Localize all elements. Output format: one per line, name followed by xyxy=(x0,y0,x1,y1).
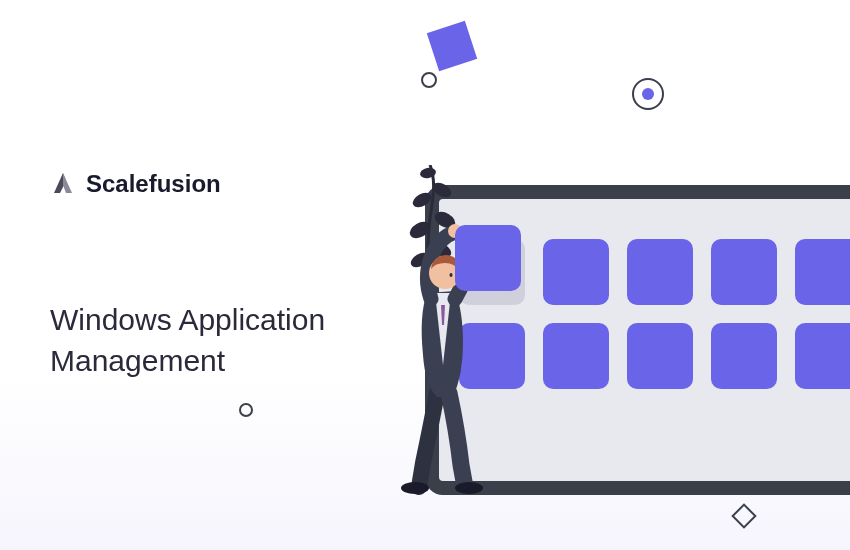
scalefusion-logo-icon xyxy=(50,171,76,197)
app-tile xyxy=(795,239,850,305)
headline-line-1: Windows Application xyxy=(50,300,325,341)
circle-outline-decoration-2 xyxy=(239,403,253,417)
app-tile xyxy=(543,323,609,389)
brand-logo-area: Scalefusion xyxy=(50,170,221,198)
headline-line-2: Management xyxy=(50,341,325,382)
app-tile xyxy=(711,239,777,305)
app-tile xyxy=(627,239,693,305)
circle-dot-inner xyxy=(642,88,654,100)
svg-point-8 xyxy=(455,482,483,494)
app-tile xyxy=(711,323,777,389)
floating-square-decoration xyxy=(427,21,477,71)
svg-point-12 xyxy=(450,273,453,277)
app-tile xyxy=(543,239,609,305)
app-tile xyxy=(795,323,850,389)
circle-dot-decoration xyxy=(632,78,664,110)
circle-outline-decoration xyxy=(421,72,437,88)
svg-point-7 xyxy=(401,482,429,494)
page-title: Windows Application Management xyxy=(50,300,325,381)
app-tile xyxy=(627,323,693,389)
held-app-tile xyxy=(455,225,521,291)
brand-name: Scalefusion xyxy=(86,170,221,198)
